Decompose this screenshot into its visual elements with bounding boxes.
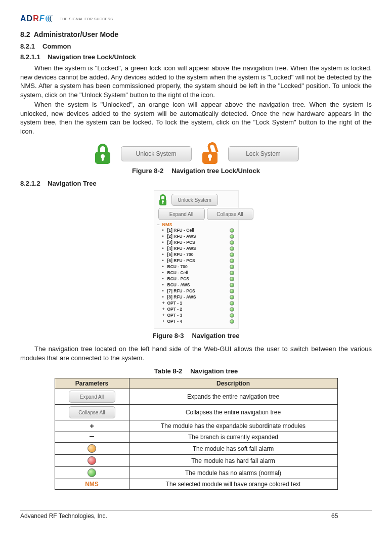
table-row: – The branch is currently expanded <box>55 432 337 443</box>
status-dot-orange-icon <box>88 444 96 453</box>
figure-8-2-caption: Figure 8-2Navigation tree Lock/Unlock <box>20 167 372 175</box>
bullet-icon: • <box>162 270 164 275</box>
status-dot-red-icon <box>88 456 96 465</box>
figure-text: Navigation tree Lock/Unlock <box>171 167 260 175</box>
navigation-tree-table: Parameters Description Expand All Expand… <box>55 378 338 490</box>
status-dot-green-icon <box>230 265 234 269</box>
unlock-system-button[interactable]: Unlock System <box>171 194 218 206</box>
lock-closed-icon <box>94 144 112 164</box>
expand-icon: + <box>162 313 165 318</box>
bullet-icon: • <box>162 252 164 257</box>
status-dot-green-icon <box>230 301 234 306</box>
table-cell-desc: The module has hard fail alarm <box>129 455 337 467</box>
footer-page-number: 65 <box>331 512 372 520</box>
table-cell-desc: The module has the expandable subordinat… <box>129 420 337 432</box>
adrf-logo: ADRF <box>20 14 45 23</box>
status-dot-green-icon <box>230 307 234 312</box>
figure-label: Figure 8-3 <box>152 332 184 339</box>
tree-item[interactable]: +OPT - 1 <box>158 300 234 306</box>
expand-icon: + <box>162 307 165 312</box>
tree-item[interactable]: •BCU - Cell <box>158 270 234 276</box>
tree-item-label: [2] RFU - AWS <box>167 234 230 239</box>
table-cell-desc: The selected module will have orange col… <box>129 479 337 490</box>
tree-item-label: [7] RFU - PCS <box>167 288 230 293</box>
unlock-system-button[interactable]: Unlock System <box>121 146 192 161</box>
tree-item[interactable]: •[6] RFU - PCS <box>158 258 234 264</box>
bullet-icon: • <box>162 234 164 239</box>
status-dot-green-icon <box>230 277 234 281</box>
tree-item[interactable]: •BCU - AWS <box>158 282 234 288</box>
table-row: + The module has the expandable subordin… <box>55 420 337 432</box>
tree-item-label: [4] RFU - AWS <box>167 246 230 251</box>
plus-icon: + <box>90 422 94 430</box>
table-row: The module has soft fail alarm <box>55 443 337 455</box>
table-cell-desc: Expands the entire navigation tree <box>129 389 337 405</box>
expand-all-button[interactable]: Expand All <box>158 208 205 220</box>
tree-item[interactable]: +OPT - 4 <box>158 318 234 324</box>
tree-item-label: [3] RFU - PCS <box>167 240 230 245</box>
tree-item[interactable]: •BCU - PCS <box>158 276 234 282</box>
table-row: The module has hard fail alarm <box>55 455 337 467</box>
table-cell-desc: The module has soft fail alarm <box>129 443 337 455</box>
figure-label: Figure 8-2 <box>132 167 163 175</box>
tree-item[interactable]: •BCU - 700 <box>158 264 234 270</box>
table-row: Expand All Expands the entire navigation… <box>55 389 337 405</box>
status-dot-green-icon <box>230 252 234 257</box>
lock-system-button[interactable]: Lock System <box>228 146 299 161</box>
heading-8-2: 8.2 Administrator/User Mode <box>20 30 372 38</box>
tree-item-label: [5] RFU - 700 <box>167 252 230 257</box>
paragraph-1: When the system is "Locked", a green loc… <box>20 64 372 99</box>
tree-item[interactable]: •[2] RFU - AWS <box>158 233 234 239</box>
lock-closed-icon <box>158 194 167 205</box>
status-dot-green-icon <box>230 246 234 251</box>
paragraph-2: When the system is "Unlocked", an orange… <box>20 100 372 136</box>
tree-item-label: [6] RFU - PCS <box>167 258 230 263</box>
table-row: NMS The selected module will have orange… <box>55 479 337 490</box>
tree-item-label: BCU - Cell <box>167 270 230 275</box>
heading-number: 8.2.1.2 <box>20 180 48 187</box>
figure-8-2-row: Unlock System Lock System <box>20 144 372 164</box>
tree-item[interactable]: •[4] RFU - AWS <box>158 245 234 251</box>
navigation-tree-items: •[1] RFU - Cell•[2] RFU - AWS•[3] RFU - … <box>158 227 234 324</box>
bullet-icon: • <box>162 276 164 281</box>
heading-text: Administrator/User Mode <box>34 30 118 38</box>
collapse-all-button[interactable]: Collapse All <box>69 406 115 418</box>
expand-all-button[interactable]: Expand All <box>69 391 115 403</box>
heading-number: 8.2.1.1 <box>20 53 48 61</box>
table-cell-desc: Collapses the entire navigation tree <box>129 405 337 420</box>
status-dot-green-icon <box>230 228 234 233</box>
table-row: Collapse All Collapses the entire naviga… <box>55 405 337 420</box>
bullet-icon: • <box>162 240 164 245</box>
table-header-description: Description <box>129 378 337 389</box>
tree-item-label: [1] RFU - Cell <box>167 228 230 233</box>
bullet-icon: • <box>162 282 164 287</box>
table-label: Table 8-2 <box>154 367 182 375</box>
heading-8-2-1-1: 8.2.1.1Navigation tree Lock/Unlock <box>20 53 372 61</box>
navigation-tree-list: NMS <box>158 222 234 227</box>
figure-text: Navigation tree <box>192 332 240 339</box>
page-footer: Advanced RF Technologies, Inc. 65 <box>20 510 372 520</box>
tree-item[interactable]: +OPT - 3 <box>158 312 234 318</box>
tree-item[interactable]: •[3] RFU - PCS <box>158 239 234 245</box>
tree-item[interactable]: •[7] RFU - PCS <box>158 288 234 294</box>
status-dot-green-icon <box>230 319 234 324</box>
tree-item-label: BCU - AWS <box>167 282 230 287</box>
tree-item[interactable]: •[5] RFU - 700 <box>158 251 234 258</box>
tree-item-label: OPT - 2 <box>167 307 230 312</box>
bullet-icon: • <box>162 258 164 263</box>
status-dot-green-icon <box>230 295 234 300</box>
tree-item[interactable]: +OPT - 2 <box>158 306 234 312</box>
tree-item-label: OPT - 4 <box>167 319 230 324</box>
tree-item-label: OPT - 3 <box>167 313 230 318</box>
expand-icon: + <box>162 319 165 324</box>
tree-root-nms[interactable]: NMS <box>158 222 234 227</box>
minus-icon: – <box>89 434 94 439</box>
tree-item-label: OPT - 1 <box>167 301 230 306</box>
tree-item[interactable]: •[8] RFU - AWS <box>158 294 234 300</box>
status-dot-green-icon <box>230 289 234 293</box>
logo-wave-icon <box>46 15 57 22</box>
paragraph-3: The navigation tree located on the left … <box>20 345 372 362</box>
status-dot-green-icon <box>230 259 234 263</box>
collapse-all-button[interactable]: Collapse All <box>207 208 253 220</box>
tree-item[interactable]: •[1] RFU - Cell <box>158 227 234 233</box>
